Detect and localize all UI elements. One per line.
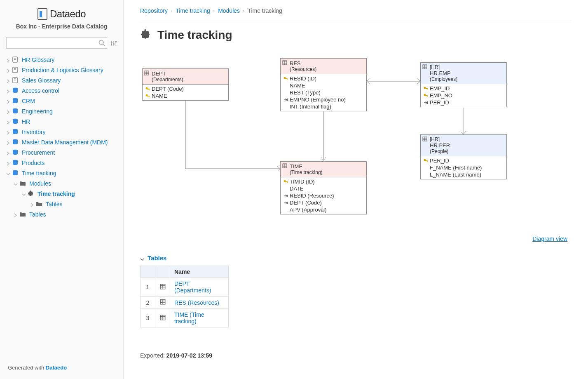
column-row: REST (Type) xyxy=(281,89,366,96)
sidebar-item-tables[interactable]: Tables xyxy=(6,209,117,219)
table-icon xyxy=(422,137,427,141)
entity-hr-per[interactable]: [HR] HR.PER (People) PER_ID F_NAME (Firs… xyxy=(420,134,507,179)
brand-logo: Dataedo xyxy=(6,8,117,20)
sidebar-item-tables-leaf[interactable]: Tables xyxy=(6,199,117,209)
chevron-down-icon xyxy=(6,171,11,176)
entity-subtitle: (Resources) xyxy=(290,66,364,72)
entity-name: HR.PER xyxy=(430,142,450,148)
column-label: PER_ID xyxy=(430,99,449,106)
entity-name: RES xyxy=(290,60,301,66)
sidebar-item-label: Time tracking xyxy=(22,170,56,177)
column-label: NAME xyxy=(290,82,305,89)
chevron-right-icon xyxy=(6,78,11,83)
database-icon xyxy=(12,149,19,156)
sidebar-item-hr[interactable]: HR xyxy=(6,116,117,127)
er-diagram[interactable]: DEPT (Departments) DEPT (Code) NAME RES … xyxy=(140,54,572,227)
main-content: Repository › Time tracking › Modules › T… xyxy=(124,0,588,379)
search-icon[interactable] xyxy=(98,39,105,47)
key-icon xyxy=(145,94,150,99)
table-row: 1 DEPT (Departments) xyxy=(141,278,229,297)
sidebar-item-access-control[interactable]: Access control xyxy=(6,85,117,96)
entity-dept[interactable]: DEPT (Departments) DEPT (Code) NAME xyxy=(142,68,229,101)
entity-schema: [HR] xyxy=(430,137,504,142)
key-icon xyxy=(423,93,428,98)
sidebar-item-label: HR Glossary xyxy=(22,56,54,63)
column-label: NAME xyxy=(152,93,167,99)
table-header-index xyxy=(141,266,155,278)
generated-footer: Generated with Dataedo xyxy=(6,360,117,375)
key-icon xyxy=(145,87,150,92)
column-label: APV (Approval) xyxy=(290,207,327,213)
export-prefix: Exported: xyxy=(140,352,166,359)
filter-icon[interactable] xyxy=(110,40,117,46)
tables-section-title: Tables xyxy=(148,254,166,261)
breadcrumb-repository[interactable]: Repository xyxy=(140,7,168,14)
key-icon xyxy=(283,179,288,184)
column-label: INT (Internal flag) xyxy=(290,104,331,110)
database-icon xyxy=(12,108,19,115)
entity-time[interactable]: TIME (Time tracking) TIMID (ID) DATE RES… xyxy=(280,161,367,214)
column-label: EMP_ID xyxy=(430,85,450,92)
page-title: Time tracking xyxy=(157,28,232,42)
breadcrumb: Repository › Time tracking › Modules › T… xyxy=(140,0,572,20)
tables-list: Name 1 DEPT (Departments) 2 RES (Resourc… xyxy=(140,266,229,327)
table-icon xyxy=(155,278,170,297)
sidebar-item-modules[interactable]: Modules xyxy=(6,178,117,188)
sidebar-item-products[interactable]: Products xyxy=(6,158,117,168)
sidebar-item-label: Procurement xyxy=(22,149,55,156)
foreign-key-icon xyxy=(283,200,288,205)
breadcrumb-current: Time tracking xyxy=(248,7,282,14)
table-icon xyxy=(144,71,149,75)
sidebar-item-label: Access control xyxy=(22,87,59,94)
column-row: APV (Approval) xyxy=(281,206,366,213)
breadcrumb-time-tracking[interactable]: Time tracking xyxy=(176,7,210,14)
table-header-name: Name xyxy=(170,266,229,278)
sidebar-item-procurement[interactable]: Procurement xyxy=(6,147,117,158)
breadcrumb-modules[interactable]: Modules xyxy=(218,7,240,14)
sidebar-item-production-glossary[interactable]: Production & Logistics Glossary xyxy=(6,65,117,75)
column-label: EMP_NO xyxy=(430,92,452,99)
entity-name: TIME xyxy=(290,163,302,169)
sidebar-item-crm[interactable]: CRM xyxy=(6,96,117,106)
catalog-subtitle: Box Inc - Enterprise Data Catalog xyxy=(6,23,117,30)
book-icon xyxy=(12,56,19,63)
table-link[interactable]: DEPT (Departments) xyxy=(174,280,211,294)
chevron-right-icon xyxy=(6,109,11,114)
search-input[interactable] xyxy=(6,37,107,49)
entity-name: DEPT xyxy=(152,71,166,77)
table-link[interactable]: TIME (Time tracking) xyxy=(174,311,204,325)
chevron-right-icon xyxy=(6,150,11,155)
sidebar-item-time-tracking[interactable]: Time tracking xyxy=(6,168,117,178)
column-row: TIMID (ID) xyxy=(281,178,366,185)
sidebar-item-sales-glossary[interactable]: Sales Glossary xyxy=(6,75,117,85)
entity-name: HR.EMP xyxy=(430,70,451,76)
entity-res[interactable]: RES (Resources) RESID (ID) NAME REST (Ty… xyxy=(280,58,367,111)
column-label: DEPT (Code) xyxy=(290,200,322,206)
sidebar-item-mdm[interactable]: Master Data Management (MDM) xyxy=(6,137,117,147)
footer-brand[interactable]: Dataedo xyxy=(46,365,67,371)
column-row: PER_ID xyxy=(421,157,506,164)
sidebar-item-engineering[interactable]: Engineering xyxy=(6,106,117,116)
tables-section-header[interactable]: Tables xyxy=(140,254,572,261)
diagram-view-link[interactable]: Diagram view xyxy=(140,235,572,242)
sidebar-item-hr-glossary[interactable]: HR Glossary xyxy=(6,54,117,65)
database-icon xyxy=(12,98,19,104)
sidebar-item-label: Modules xyxy=(29,180,51,187)
column-row: L_NAME (Last name) xyxy=(421,171,506,178)
sidebar-item-inventory[interactable]: Inventory xyxy=(6,127,117,137)
navigation-tree: HR Glossary Production & Logistics Gloss… xyxy=(6,54,117,360)
entity-hr-emp[interactable]: [HR] HR.EMP (Employees) EMP_ID EMP_NO PE… xyxy=(420,62,507,107)
column-label: PER_ID xyxy=(430,158,449,164)
sidebar-item-module-time-tracking[interactable]: Time tracking xyxy=(6,188,117,199)
sidebar-item-label: Master Data Management (MDM) xyxy=(22,139,108,146)
column-label: DEPT (Code) xyxy=(152,86,184,92)
chevron-right-icon xyxy=(6,57,11,62)
sidebar-item-label: Tables xyxy=(46,201,62,207)
chevron-right-icon: › xyxy=(243,9,244,13)
chevron-right-icon: › xyxy=(171,9,172,13)
database-icon xyxy=(12,118,19,125)
table-link[interactable]: RES (Resources) xyxy=(174,299,219,306)
chevron-right-icon xyxy=(6,160,11,165)
chevron-right-icon: › xyxy=(213,9,215,13)
chevron-down-icon xyxy=(14,181,19,186)
